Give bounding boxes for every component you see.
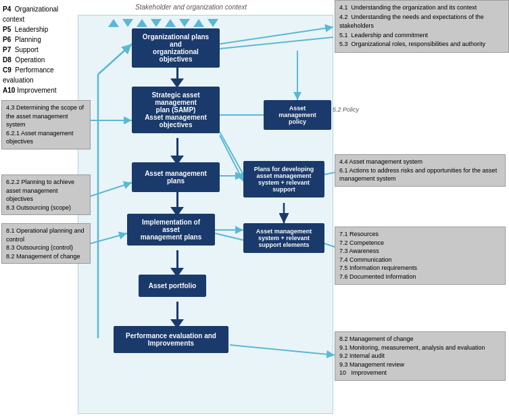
teal-arrow-1 — [108, 19, 119, 27]
teal-arrow-2 — [122, 19, 133, 27]
teal-arrows-group — [108, 19, 218, 27]
box-impl: Implementation of assetmanagement plans — [127, 214, 215, 246]
teal-arrow-3 — [137, 19, 147, 27]
info-box-support: 7.1 Resources 7.2 Competence 7.3 Awarene… — [335, 227, 506, 285]
box-org-plans: Organizational plans andorganizational o… — [132, 28, 220, 68]
teal-arrow-7 — [193, 19, 204, 27]
info-box-operational: 8.1 Operational planning and control 8.3… — [1, 223, 91, 264]
teal-arrow-4 — [151, 19, 162, 27]
info-box-planning: 6.2.2 Planning to achieve asset manageme… — [1, 174, 91, 215]
legend-p6: P6 Planning — [3, 34, 75, 45]
legend-p4: P4 Organizational context — [3, 4, 75, 24]
box-perf: Performance evaluation and Improvements — [114, 326, 228, 353]
teal-arrow-6 — [179, 19, 190, 27]
arrow-amp-to-impl — [170, 189, 184, 216]
info-box-top-right: 4.1 Understanding the organization and i… — [335, 0, 509, 53]
legend-p5: P5 Leadership — [3, 24, 75, 34]
box-policy: Asset managementpolicy — [264, 100, 331, 130]
info-box-ams-system: 4.4 Asset management system 6.1 Actions … — [335, 154, 506, 187]
box-amp: Asset management plans — [132, 162, 220, 192]
box-plans-dev: Plans for developingasset managementsyst… — [243, 161, 324, 197]
box-samp: Strategic asset managementplan (SAMP)Ass… — [132, 87, 220, 133]
box-portfolio: Asset portfolio — [139, 275, 206, 297]
policy-label: 5.2 Policy — [333, 106, 359, 113]
main-container: P4 Organizational context P5 Leadership … — [0, 0, 509, 420]
teal-arrow-5 — [165, 19, 176, 27]
stakeholder-header: Stakeholder and organization context — [135, 3, 247, 11]
info-box-bottom-right: 8.2 Management of change 9.1 Monitoring,… — [335, 331, 506, 381]
legend-p7: P7 Support — [3, 45, 75, 55]
arrow-org-to-samp — [170, 65, 184, 88]
legend-a10: A10 Improvement — [3, 85, 75, 95]
arrow-impl-to-port — [170, 250, 184, 277]
box-ams: Asset managementsystem + relevantsupport… — [243, 223, 324, 253]
arrow-port-to-perf — [170, 302, 184, 329]
legend-c9: C9 Performance evaluation — [3, 65, 75, 85]
teal-arrow-8 — [208, 19, 218, 27]
arrow-samp-to-amp — [170, 138, 184, 165]
legend-d8: D8 Operation — [3, 55, 75, 65]
info-box-scope: 4.3 Determining the scope of the asset m… — [1, 100, 91, 149]
left-legend: P4 Organizational context P5 Leadership … — [0, 0, 78, 99]
